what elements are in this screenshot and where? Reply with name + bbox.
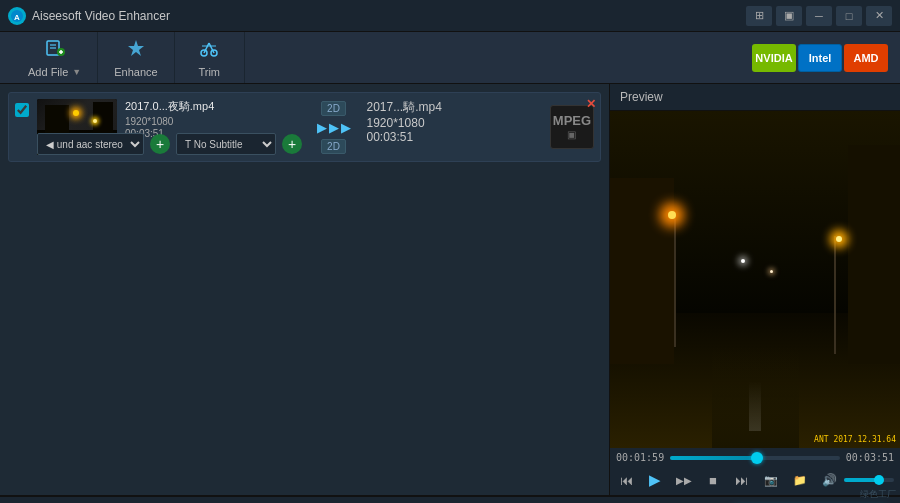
volume-thumb bbox=[874, 475, 884, 485]
dim-badge-out: 2D bbox=[321, 139, 346, 154]
preview-video: ANT 2017.12.31.64 bbox=[610, 111, 900, 448]
titlebar: A Aiseesoft Video Enhancer ⊞ ▣ ─ □ ✕ bbox=[0, 0, 900, 32]
add-file-label: Add File bbox=[28, 66, 68, 78]
preview-label: Preview bbox=[620, 90, 663, 104]
file-checkbox[interactable] bbox=[15, 103, 29, 117]
progress-fill bbox=[670, 456, 757, 460]
enhance-label: Enhance bbox=[114, 66, 157, 78]
trim-label: Trim bbox=[198, 66, 220, 78]
skip-to-start-button[interactable]: ⏮ bbox=[616, 469, 637, 491]
file-output-info: 2017...騎.mp4 1920*1080 00:03:51 bbox=[367, 99, 543, 144]
intel-button[interactable]: Intel bbox=[798, 44, 842, 72]
skip-to-end-button[interactable]: ⏭ bbox=[731, 469, 752, 491]
control-buttons: ⏮ ▶ ▶▶ ■ ⏭ 📷 📁 🔊 bbox=[616, 469, 894, 491]
svg-text:A: A bbox=[14, 13, 20, 22]
enhance-icon bbox=[126, 38, 146, 63]
add-file-button[interactable]: Add File ▼ bbox=[12, 32, 98, 83]
minimize-button[interactable]: ─ bbox=[806, 6, 832, 26]
watermark: 绿色工厂 bbox=[860, 488, 896, 501]
stop-button[interactable]: ■ bbox=[703, 469, 724, 491]
add-subtitle-button[interactable]: + bbox=[282, 134, 302, 154]
left-panel: ✕ 2017.0...夜騎 bbox=[0, 84, 610, 495]
toolbar: Add File ▼ Enhance Trim NVIDIA Intel AMD bbox=[0, 32, 900, 84]
app-title: Aiseesoft Video Enhancer bbox=[32, 9, 746, 23]
arrow-icons: ▶▶▶ bbox=[317, 120, 351, 135]
trim-icon bbox=[199, 38, 219, 63]
dim-badge-in: 2D bbox=[321, 101, 346, 116]
preview-header: Preview bbox=[610, 84, 900, 111]
time-current: 00:01:59 bbox=[616, 452, 664, 463]
convert-arrows: 2D ▶▶▶ 2D bbox=[309, 101, 359, 154]
nvidia-button[interactable]: NVIDIA bbox=[752, 44, 796, 72]
subtitle-select[interactable]: T No Subtitle bbox=[176, 133, 276, 155]
progress-track[interactable] bbox=[670, 456, 840, 460]
volume-icon[interactable]: 🔊 bbox=[818, 469, 840, 491]
preview-image: ANT 2017.12.31.64 bbox=[610, 111, 900, 448]
volume-track[interactable] bbox=[844, 478, 894, 482]
window-controls: ⊞ ▣ ─ □ ✕ bbox=[746, 6, 892, 26]
add-file-arrow: ▼ bbox=[72, 67, 81, 77]
maximize-button[interactable]: □ bbox=[836, 6, 862, 26]
monitor-icon-btn[interactable]: ▣ bbox=[776, 6, 802, 26]
preview-timestamp: ANT 2017.12.31.64 bbox=[814, 435, 896, 444]
enhance-button[interactable]: Enhance bbox=[98, 32, 174, 83]
amd-button[interactable]: AMD bbox=[844, 44, 888, 72]
close-button[interactable]: ✕ bbox=[866, 6, 892, 26]
time-total: 00:03:51 bbox=[846, 452, 894, 463]
output-duration: 00:03:51 bbox=[367, 130, 543, 144]
hardware-buttons: NVIDIA Intel AMD bbox=[752, 44, 888, 72]
video-controls: 00:01:59 00:03:51 ⏮ ▶ ▶▶ ■ ⏭ 📷 📁 🔊 bbox=[610, 448, 900, 495]
open-folder-ctrl-button[interactable]: 📁 bbox=[789, 469, 810, 491]
file-list: ✕ 2017.0...夜騎 bbox=[0, 84, 609, 495]
file-options-row: ◀ und aac stereo + T No Subtitle + bbox=[37, 133, 302, 155]
main-area: ✕ 2017.0...夜騎 bbox=[0, 84, 900, 495]
app-icon: A bbox=[8, 7, 26, 25]
audio-select[interactable]: ◀ und aac stereo bbox=[37, 133, 144, 155]
bottom-bar: Profile: MPEG-4 Video (*.mp4) Settings A… bbox=[0, 495, 900, 503]
codec-icon: MPEG ▣ bbox=[550, 105, 594, 149]
file-close-button[interactable]: ✕ bbox=[586, 97, 596, 111]
screenshot-button[interactable]: 📷 bbox=[760, 469, 781, 491]
right-panel: Preview ANT 2017.12.31 bbox=[610, 84, 900, 495]
play-button[interactable]: ▶ bbox=[645, 469, 666, 491]
input-resolution: 1920*1080 bbox=[125, 116, 301, 127]
add-file-icon bbox=[45, 38, 65, 63]
step-forward-button[interactable]: ▶▶ bbox=[674, 469, 695, 491]
file-item: ✕ 2017.0...夜騎 bbox=[8, 92, 601, 162]
input-filename: 2017.0...夜騎.mp4 bbox=[125, 99, 301, 114]
trim-button[interactable]: Trim bbox=[175, 32, 245, 83]
settings-icon-btn[interactable]: ⊞ bbox=[746, 6, 772, 26]
progress-thumb bbox=[751, 452, 763, 464]
add-audio-button[interactable]: + bbox=[150, 134, 170, 154]
output-filename: 2017...騎.mp4 bbox=[367, 99, 543, 116]
output-resolution: 1920*1080 bbox=[367, 116, 543, 130]
progress-bar-wrap: 00:01:59 00:03:51 bbox=[616, 452, 894, 463]
